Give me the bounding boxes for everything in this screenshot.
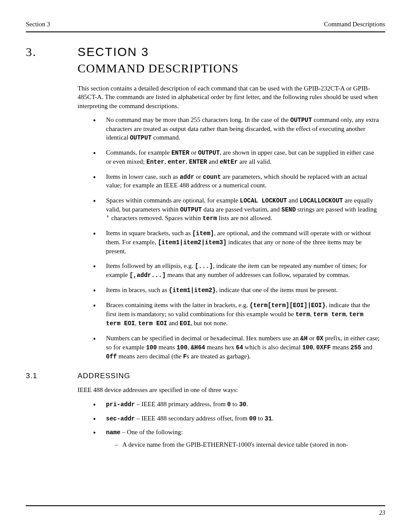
subheading-number: 3.1 <box>26 372 78 380</box>
section-tab: SECTION 3 <box>78 45 149 59</box>
rule-item: Items in square brackets, such as [item]… <box>89 229 381 255</box>
rule-item: Spaces within commands are optional, for… <box>89 196 381 223</box>
subheading-title: ADDRESSING <box>78 372 130 380</box>
page-header: Section 3 Command Descriptions <box>26 21 385 28</box>
intro-para: This section contains a detailed descrip… <box>78 84 381 110</box>
section-title: COMMAND DESCRIPTIONS <box>78 62 385 75</box>
addressing-list: pri-addr – IEEE 488 primary address, fro… <box>78 400 381 449</box>
addressing-para: IEEE 488 device addresses are specified … <box>78 386 381 394</box>
subheading-row: 3.1 ADDRESSING <box>26 372 385 380</box>
top-rule <box>26 31 385 32</box>
addr-item: name – One of the following: A device na… <box>89 428 381 449</box>
addr-subitem: A device name from the GPIB-ETHERNET-100… <box>115 440 381 449</box>
page-number: 23 <box>379 510 385 516</box>
rule-item: Numbers can be specified in decimal or h… <box>89 334 381 361</box>
addr-sublist: A device name from the GPIB-ETHERNET-100… <box>106 440 381 449</box>
bottom-rule <box>26 505 385 506</box>
rule-item: Braces containing items with the latter … <box>89 301 381 328</box>
rule-item: No command may be more than 255 characte… <box>89 115 381 142</box>
rule-item: Items in braces, such as {item1|item2}, … <box>89 286 381 295</box>
header-right: Command Descriptions <box>324 21 385 28</box>
rule-item: Items followed by an ellipsis, e.g. [...… <box>89 261 381 280</box>
addr-item: sec-addr – IEEE 488 secondary address of… <box>89 414 381 423</box>
rule-item: Items in lower case, such as addr or cou… <box>89 172 381 190</box>
rule-item: Commands, for example ENTER or OUTPUT, a… <box>89 148 381 166</box>
addr-item: pri-addr – IEEE 488 primary address, fro… <box>89 400 381 409</box>
header-left: Section 3 <box>26 21 324 28</box>
section-number: 3. <box>26 45 78 59</box>
rules-list: No command may be more than 255 characte… <box>78 115 381 361</box>
